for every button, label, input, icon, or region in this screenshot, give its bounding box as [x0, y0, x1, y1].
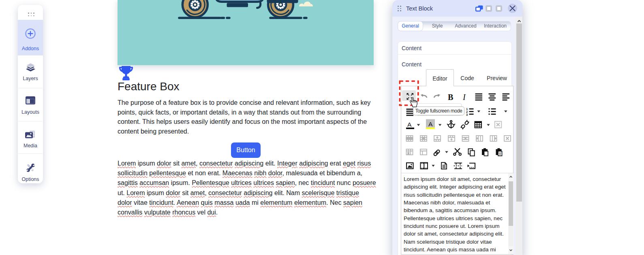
svg-text:B: B — [448, 93, 453, 102]
svg-text:I: I — [462, 93, 466, 102]
svg-text:3: 3 — [466, 113, 468, 117]
svg-text:A: A — [428, 121, 433, 128]
svg-text:A: A — [407, 121, 412, 128]
svg-text:T: T — [499, 152, 501, 156]
